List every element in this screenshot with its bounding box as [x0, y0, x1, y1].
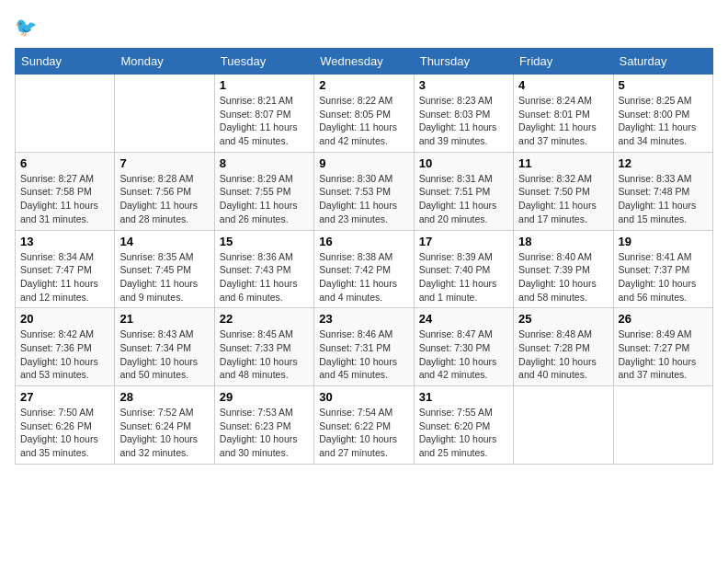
day-info: Sunrise: 8:22 AMSunset: 8:05 PMDaylight:… [319, 94, 408, 148]
day-info: Sunrise: 8:29 AMSunset: 7:55 PMDaylight:… [220, 172, 309, 226]
day-number: 26 [619, 312, 708, 326]
calendar-cell: 19Sunrise: 8:41 AMSunset: 7:37 PMDayligh… [613, 230, 712, 308]
day-number: 8 [220, 156, 309, 170]
day-number: 2 [319, 78, 408, 92]
day-number: 6 [20, 156, 109, 170]
day-number: 25 [518, 312, 608, 326]
day-info: Sunrise: 8:21 AMSunset: 8:07 PMDaylight:… [220, 94, 309, 148]
day-info: Sunrise: 8:42 AMSunset: 7:36 PMDaylight:… [20, 327, 109, 382]
day-number: 21 [119, 312, 209, 326]
day-info: Sunrise: 8:39 AMSunset: 7:40 PMDaylight:… [419, 250, 508, 304]
day-number: 20 [20, 312, 109, 326]
calendar-cell: 21Sunrise: 8:43 AMSunset: 7:34 PMDayligh… [115, 308, 214, 386]
day-number: 4 [518, 78, 608, 92]
calendar-cell: 1Sunrise: 8:21 AMSunset: 8:07 PMDaylight… [214, 75, 313, 153]
day-number: 27 [20, 390, 109, 404]
calendar-cell: 13Sunrise: 8:34 AMSunset: 7:47 PMDayligh… [16, 230, 115, 308]
day-info: Sunrise: 8:43 AMSunset: 7:34 PMDaylight:… [119, 327, 209, 382]
calendar-cell: 9Sunrise: 8:30 AMSunset: 7:53 PMDaylight… [314, 152, 414, 230]
calendar-cell: 17Sunrise: 8:39 AMSunset: 7:40 PMDayligh… [414, 230, 513, 308]
day-number: 16 [319, 235, 408, 248]
day-info: Sunrise: 8:41 AMSunset: 7:37 PMDaylight:… [619, 250, 708, 304]
calendar-cell: 4Sunrise: 8:24 AMSunset: 8:01 PMDaylight… [514, 75, 613, 153]
day-info: Sunrise: 7:54 AMSunset: 6:22 PMDaylight:… [319, 406, 408, 460]
day-number: 9 [319, 156, 408, 170]
weekday-header-tuesday: Tuesday [214, 49, 313, 75]
day-info: Sunrise: 8:46 AMSunset: 7:31 PMDaylight:… [319, 327, 408, 382]
calendar-cell: 20Sunrise: 8:42 AMSunset: 7:36 PMDayligh… [16, 308, 115, 386]
calendar-cell: 24Sunrise: 8:47 AMSunset: 7:30 PMDayligh… [414, 308, 513, 386]
weekday-header-friday: Friday [514, 49, 613, 75]
day-info: Sunrise: 8:25 AMSunset: 8:00 PMDaylight:… [619, 94, 708, 148]
calendar-cell: 29Sunrise: 7:53 AMSunset: 6:23 PMDayligh… [214, 386, 313, 465]
calendar-cell: 30Sunrise: 7:54 AMSunset: 6:22 PMDayligh… [314, 386, 414, 465]
day-info: Sunrise: 8:27 AMSunset: 7:58 PMDaylight:… [20, 172, 109, 226]
calendar-cell: 5Sunrise: 8:25 AMSunset: 8:00 PMDaylight… [613, 75, 712, 153]
day-info: Sunrise: 8:45 AMSunset: 7:33 PMDaylight:… [220, 327, 309, 382]
day-info: Sunrise: 8:31 AMSunset: 7:51 PMDaylight:… [419, 172, 508, 226]
day-number: 23 [319, 312, 408, 326]
weekday-header-saturday: Saturday [613, 49, 712, 75]
day-info: Sunrise: 8:24 AMSunset: 8:01 PMDaylight:… [518, 94, 608, 148]
calendar-cell: 23Sunrise: 8:46 AMSunset: 7:31 PMDayligh… [314, 308, 414, 386]
calendar-cell: 3Sunrise: 8:23 AMSunset: 8:03 PMDaylight… [414, 75, 513, 153]
calendar-week-row: 6Sunrise: 8:27 AMSunset: 7:58 PMDaylight… [16, 152, 713, 230]
day-number: 7 [119, 156, 209, 170]
calendar-cell [514, 386, 613, 465]
day-number: 30 [319, 390, 408, 404]
weekday-header-thursday: Thursday [414, 49, 513, 75]
day-info: Sunrise: 8:23 AMSunset: 8:03 PMDaylight:… [419, 94, 508, 148]
day-info: Sunrise: 8:35 AMSunset: 7:45 PMDaylight:… [119, 250, 209, 304]
day-number: 19 [619, 235, 708, 248]
weekday-header-monday: Monday [115, 49, 214, 75]
day-number: 13 [20, 235, 109, 248]
day-number: 5 [619, 78, 708, 92]
day-info: Sunrise: 8:32 AMSunset: 7:50 PMDaylight:… [518, 172, 608, 226]
day-number: 12 [619, 156, 708, 170]
day-info: Sunrise: 8:40 AMSunset: 7:39 PMDaylight:… [518, 250, 608, 304]
calendar-week-row: 13Sunrise: 8:34 AMSunset: 7:47 PMDayligh… [16, 230, 713, 308]
calendar-cell: 10Sunrise: 8:31 AMSunset: 7:51 PMDayligh… [414, 152, 513, 230]
logo-bird-icon: 🐦 [15, 15, 40, 40]
calendar-week-row: 1Sunrise: 8:21 AMSunset: 8:07 PMDaylight… [16, 75, 713, 153]
day-number: 24 [419, 312, 508, 326]
day-info: Sunrise: 8:30 AMSunset: 7:53 PMDaylight:… [319, 172, 408, 226]
day-number: 11 [518, 156, 608, 170]
day-info: Sunrise: 8:33 AMSunset: 7:48 PMDaylight:… [619, 172, 708, 226]
weekday-header-sunday: Sunday [16, 49, 115, 75]
day-number: 29 [220, 390, 309, 404]
calendar-cell: 11Sunrise: 8:32 AMSunset: 7:50 PMDayligh… [514, 152, 613, 230]
day-info: Sunrise: 8:36 AMSunset: 7:43 PMDaylight:… [220, 250, 309, 304]
calendar-cell: 22Sunrise: 8:45 AMSunset: 7:33 PMDayligh… [214, 308, 313, 386]
day-info: Sunrise: 7:50 AMSunset: 6:26 PMDaylight:… [20, 406, 109, 460]
calendar-cell: 16Sunrise: 8:38 AMSunset: 7:42 PMDayligh… [314, 230, 414, 308]
day-number: 3 [419, 78, 508, 92]
calendar-week-row: 20Sunrise: 8:42 AMSunset: 7:36 PMDayligh… [16, 308, 713, 386]
day-number: 1 [220, 78, 309, 92]
calendar-cell: 2Sunrise: 8:22 AMSunset: 8:05 PMDaylight… [314, 75, 414, 153]
calendar-cell: 25Sunrise: 8:48 AMSunset: 7:28 PMDayligh… [514, 308, 613, 386]
svg-text:🐦: 🐦 [15, 16, 38, 38]
calendar-week-row: 27Sunrise: 7:50 AMSunset: 6:26 PMDayligh… [16, 386, 713, 465]
day-info: Sunrise: 7:53 AMSunset: 6:23 PMDaylight:… [220, 406, 309, 460]
calendar-cell [613, 386, 712, 465]
weekday-header-wednesday: Wednesday [314, 49, 414, 75]
weekday-header-row: SundayMondayTuesdayWednesdayThursdayFrid… [16, 49, 713, 75]
calendar-cell: 8Sunrise: 8:29 AMSunset: 7:55 PMDaylight… [214, 152, 313, 230]
day-number: 31 [419, 390, 508, 404]
day-info: Sunrise: 7:52 AMSunset: 6:24 PMDaylight:… [119, 406, 209, 460]
day-number: 22 [220, 312, 309, 326]
day-info: Sunrise: 8:34 AMSunset: 7:47 PMDaylight:… [20, 250, 109, 304]
day-number: 14 [119, 235, 209, 248]
calendar-cell: 7Sunrise: 8:28 AMSunset: 7:56 PMDaylight… [115, 152, 214, 230]
calendar-cell: 28Sunrise: 7:52 AMSunset: 6:24 PMDayligh… [115, 386, 214, 465]
day-number: 28 [119, 390, 209, 404]
calendar-cell: 26Sunrise: 8:49 AMSunset: 7:27 PMDayligh… [613, 308, 712, 386]
day-info: Sunrise: 8:48 AMSunset: 7:28 PMDaylight:… [518, 327, 608, 382]
calendar-cell: 15Sunrise: 8:36 AMSunset: 7:43 PMDayligh… [214, 230, 313, 308]
calendar-cell [16, 75, 115, 153]
calendar-cell: 6Sunrise: 8:27 AMSunset: 7:58 PMDaylight… [16, 152, 115, 230]
day-info: Sunrise: 8:28 AMSunset: 7:56 PMDaylight:… [119, 172, 209, 226]
calendar-table: SundayMondayTuesdayWednesdayThursdayFrid… [15, 48, 713, 465]
page-header: 🐦 [15, 15, 713, 40]
